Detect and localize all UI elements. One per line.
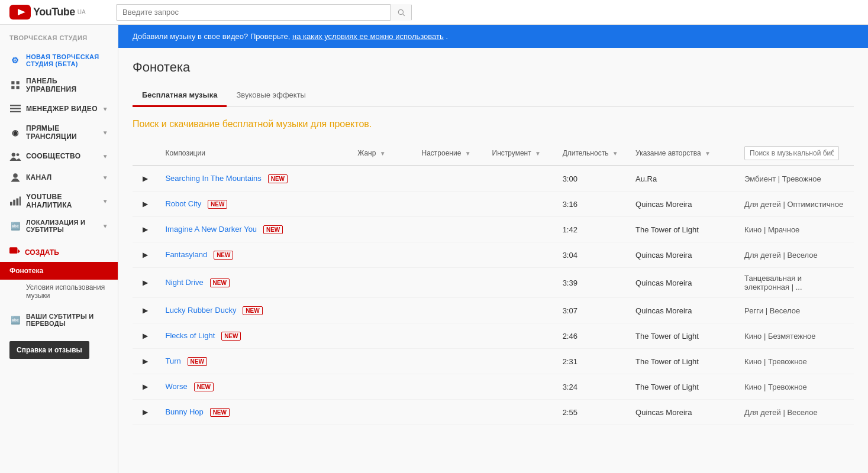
search-input[interactable] bbox=[117, 8, 390, 17]
new-badge: NEW bbox=[221, 332, 241, 341]
attribution-cell: Для детей | Веселое bbox=[738, 242, 854, 268]
genre-cell bbox=[351, 400, 415, 425]
instrument-cell bbox=[486, 192, 557, 217]
mood-cell bbox=[415, 298, 486, 323]
track-name[interactable]: Searching In The Mountains bbox=[165, 174, 261, 183]
localization-icon: 🔤 bbox=[9, 220, 21, 232]
duration-cell: 1:42 bbox=[557, 217, 630, 242]
track-name[interactable]: Fantasyland bbox=[165, 250, 207, 259]
track-name[interactable]: Turn bbox=[165, 357, 180, 365]
play-button[interactable]: ▶ bbox=[138, 406, 151, 419]
banner-link[interactable]: на каких условиях ее можно использовать bbox=[292, 32, 444, 41]
col-header-mood[interactable]: Настроение ▼ bbox=[415, 141, 486, 166]
svg-rect-8 bbox=[10, 105, 21, 106]
info-banner: Добавили музыку в свое видео? Проверьте,… bbox=[118, 25, 868, 48]
music-table: Композиции Жанр ▼ Настроение ▼ Инструмен… bbox=[133, 141, 854, 425]
music-library-search-input[interactable] bbox=[744, 146, 839, 160]
tab-free-music[interactable]: Бесплатная музыка bbox=[133, 85, 227, 107]
sidebar-item-create[interactable]: СОЗДАТЬ bbox=[0, 242, 118, 262]
sidebar-item-localization[interactable]: 🔤 ЛОКАЛИЗАЦИЯ И СУБТИТРЫ ▼ bbox=[0, 214, 118, 238]
tabs: Бесплатная музыка Звуковые эффекты bbox=[133, 85, 854, 107]
play-button[interactable]: ▶ bbox=[138, 304, 151, 317]
instrument-cell bbox=[486, 400, 557, 425]
track-name[interactable]: Robot City bbox=[165, 199, 201, 208]
mood-cell bbox=[415, 374, 486, 400]
attribution-cell: Кино | Мрачное bbox=[738, 217, 854, 242]
mood-cell bbox=[415, 400, 486, 425]
channel-icon bbox=[9, 171, 21, 183]
sidebar-item-phonoteka[interactable]: Фонотека bbox=[0, 262, 118, 280]
tab-sound-effects[interactable]: Звуковые эффекты bbox=[227, 85, 315, 107]
col-header-genre[interactable]: Жанр ▼ bbox=[351, 141, 415, 166]
sidebar-item-new-studio-label: НОВАЯ ТВОРЧЕСКАЯ СТУДИЯ (БЕТА) bbox=[26, 53, 108, 67]
sidebar-subitem-music-terms[interactable]: Условия использования музыки bbox=[0, 280, 118, 303]
track-name[interactable]: Night Drive bbox=[165, 278, 203, 287]
col-header-instrument[interactable]: Инструмент ▼ bbox=[486, 141, 557, 166]
instrument-cell bbox=[486, 349, 557, 374]
youtube-logo-icon[interactable] bbox=[9, 5, 31, 20]
sidebar-item-subtitles-label: ВАШИ СУБТИТРЫ И ПЕРЕВОДЫ bbox=[26, 313, 108, 327]
table-row: ▶ Lucky Rubber Ducky NEW 3:07 Quincas Mo… bbox=[133, 298, 854, 323]
svg-rect-4 bbox=[11, 81, 14, 84]
track-name[interactable]: Imagine A New Darker You bbox=[165, 225, 257, 234]
feedback-button[interactable]: Справка и отзывы bbox=[9, 341, 89, 359]
track-name[interactable]: Bunny Hop bbox=[165, 407, 203, 416]
play-button[interactable]: ▶ bbox=[138, 197, 151, 210]
instrument-cell bbox=[486, 166, 557, 192]
sidebar-item-video-manager-label: МЕНЕДЖЕР ВИДЕО bbox=[26, 105, 98, 113]
play-button[interactable]: ▶ bbox=[138, 223, 151, 236]
track-name[interactable]: Flecks of Light bbox=[165, 331, 215, 340]
sidebar-item-community[interactable]: СООБЩЕСТВО ▼ bbox=[0, 145, 118, 167]
play-button[interactable]: ▶ bbox=[138, 380, 151, 393]
sidebar-item-new-studio[interactable]: ⚙ НОВАЯ ТВОРЧЕСКАЯ СТУДИЯ (БЕТА) bbox=[0, 48, 118, 72]
table-row: ▶ Imagine A New Darker You NEW 1:42 The … bbox=[133, 217, 854, 242]
chevron-down-icon: ▼ bbox=[102, 129, 108, 136]
new-badge: NEW bbox=[210, 408, 230, 417]
sort-arrow-attribution: ▼ bbox=[705, 150, 711, 157]
instrument-cell bbox=[486, 374, 557, 400]
play-button[interactable]: ▶ bbox=[138, 172, 151, 185]
instrument-cell bbox=[486, 323, 557, 349]
sidebar-item-channel-label: КАНАЛ bbox=[26, 173, 51, 182]
sidebar-item-live[interactable]: ◉ ПРЯМЫЕ ТРАНСЛЯЦИИ ▼ bbox=[0, 119, 118, 145]
sidebar-item-analytics[interactable]: YOUTUBE АНАЛИТИКА ▼ bbox=[0, 188, 118, 214]
svg-marker-19 bbox=[18, 249, 20, 254]
col-header-duration[interactable]: Длительность ▼ bbox=[557, 141, 630, 166]
sidebar-item-subtitles[interactable]: 🔤 ВАШИ СУБТИТРЫ И ПЕРЕВОДЫ bbox=[0, 308, 118, 332]
play-button[interactable]: ▶ bbox=[138, 248, 151, 261]
col-header-compositions[interactable]: Композиции bbox=[159, 141, 351, 166]
sidebar-item-phonoteka-label: Фонотека bbox=[9, 267, 43, 275]
col-header-attribution[interactable]: Указание авторства ▼ bbox=[630, 141, 738, 166]
attribution-cell: Кино | Тревожное bbox=[738, 374, 854, 400]
svg-rect-10 bbox=[10, 111, 21, 112]
table-row: ▶ Fantasyland NEW 3:04 Quincas Moreira Д… bbox=[133, 242, 854, 268]
chevron-down-icon: ▼ bbox=[102, 153, 108, 160]
create-icon bbox=[9, 247, 20, 257]
subtitle: Поиск и скачивание бесплатной музыки для… bbox=[133, 119, 854, 129]
logo-text: YouTube bbox=[33, 6, 75, 18]
svg-point-13 bbox=[13, 173, 18, 178]
artist-cell: Au.Ra bbox=[630, 166, 738, 192]
play-button[interactable]: ▶ bbox=[138, 276, 151, 289]
sort-arrow-genre: ▼ bbox=[380, 150, 386, 157]
new-badge: NEW bbox=[214, 251, 233, 260]
track-name[interactable]: Worse bbox=[165, 382, 187, 391]
community-icon bbox=[9, 150, 21, 162]
page-title: Фонотека bbox=[133, 60, 854, 75]
search-button[interactable] bbox=[390, 4, 411, 21]
play-button[interactable]: ▶ bbox=[138, 329, 151, 342]
artist-cell: The Tower of Light bbox=[630, 374, 738, 400]
sidebar-item-video-manager[interactable]: МЕНЕДЖЕР ВИДЕО ▼ bbox=[0, 98, 118, 119]
table-row: ▶ Night Drive NEW 3:39 Quincas Moreira Т… bbox=[133, 268, 854, 298]
mood-cell bbox=[415, 323, 486, 349]
main-content: Добавили музыку в свое видео? Проверьте,… bbox=[118, 25, 868, 473]
logo-area: YouTube UA bbox=[9, 5, 116, 20]
genre-cell bbox=[351, 192, 415, 217]
sidebar-item-channel[interactable]: КАНАЛ ▼ bbox=[0, 167, 118, 188]
play-button[interactable]: ▶ bbox=[138, 355, 151, 368]
svg-point-11 bbox=[12, 153, 15, 156]
track-name[interactable]: Lucky Rubber Ducky bbox=[165, 306, 236, 315]
new-badge: NEW bbox=[268, 174, 288, 183]
sidebar-item-dashboard[interactable]: ПАНЕЛЬ УПРАВЛЕНИЯ bbox=[0, 72, 118, 98]
genre-cell bbox=[351, 268, 415, 298]
